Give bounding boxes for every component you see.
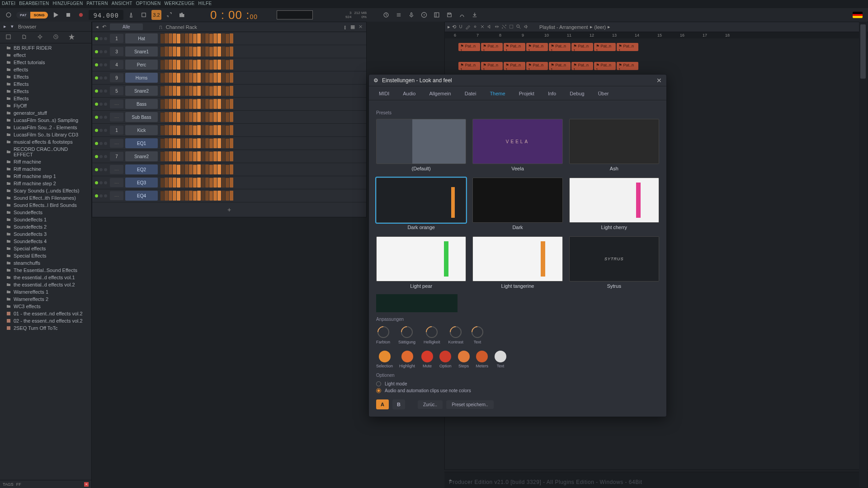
vertical-scrollbar[interactable] [859,22,867,487]
channel-name[interactable]: Sub Bass [125,112,158,122]
channel-route[interactable]: --- [110,113,123,122]
channel-route[interactable]: 1 [110,126,123,135]
browser-item[interactable]: 2SEQ Turn Off ToTc [0,324,91,332]
clip-pattern1[interactable]: ⚑ Pat..n 1 [504,62,525,70]
browser-tags[interactable]: TAGS FF × [0,480,91,488]
preset-light-cherry[interactable]: Light cherry [569,178,659,230]
channel-name[interactable]: EQ4 [125,191,158,201]
tab-datei[interactable]: Datei [458,88,483,100]
export-button[interactable] [470,10,480,20]
preset-light-pear[interactable]: Light pear [376,236,466,289]
save-preset-button[interactable]: Preset speichern.. [446,400,494,409]
knob-farbton[interactable]: Farbton [376,326,390,344]
browser-item[interactable]: Special effects [0,245,91,252]
browser-item[interactable]: Riff machine step 1 [0,173,91,180]
main-volume-meter[interactable] [277,10,313,19]
channel-name[interactable]: Hat [125,33,158,43]
browser-item[interactable]: the essential..d effects vol.2 [0,281,91,288]
undo-icon[interactable]: ↶ [102,24,106,30]
preset-extra-thumb[interactable] [376,294,458,312]
hint-panel-btn[interactable] [4,10,14,20]
channel-route[interactable]: 4 [110,60,123,69]
menu-ansicht[interactable]: ANSICHT [110,0,134,8]
browser-toggle[interactable] [432,10,442,20]
swatch-mute[interactable]: Mute [421,351,433,368]
knob-kontrast[interactable]: Kontrast [448,326,464,344]
channel-name[interactable]: Snare2 [125,151,158,161]
preset-sytrus[interactable]: SYTRUSSytrus [569,236,659,289]
clip-pattern1[interactable]: ⚑ Pat..n 1 [549,43,571,51]
channel-name[interactable]: Snare2 [125,86,158,96]
dialog-close-button[interactable]: ✕ [656,77,662,84]
wait-input-button[interactable] [139,10,149,20]
compare-a-button[interactable]: A [376,399,389,409]
step-sequencer[interactable] [160,178,233,188]
channel-rack-close[interactable]: ✕ [359,24,363,30]
pl-magnet-icon[interactable] [458,24,463,30]
menu-hinzufügen[interactable]: HINZUFüGEN [51,0,85,8]
channel-route[interactable]: 5 [110,86,123,95]
channel-name[interactable]: Horns [125,73,158,83]
channel-row[interactable]: 5Snare2 [92,84,366,98]
clip-pattern1[interactable]: ⚑ Pat..n 1 [458,62,480,70]
browser-item[interactable]: Special Effects [0,252,91,259]
channel-name[interactable]: Bass [125,99,158,109]
browser-tree[interactable]: BB RUFF RIDEReffectEffect tutorialseffec… [0,43,91,480]
tags-clear-button[interactable]: × [84,482,89,487]
channel-row[interactable]: ---Sub Bass [92,111,366,124]
browser-item[interactable]: Soundeffects 4 [0,238,91,245]
cat-all-icon[interactable] [5,34,11,41]
preset-dark-orange[interactable]: Dark orange [376,178,466,230]
browser-item[interactable]: Effects [0,80,91,88]
channel-name[interactable]: EQ1 [125,138,158,148]
channel-row[interactable]: ---Bass [92,98,366,111]
browser-item[interactable]: Riff machine step 2 [0,180,91,187]
channel-row[interactable]: ---EQ3 [92,176,366,189]
preset-light-tangerine[interactable]: Light tangerine [472,236,562,289]
step-sequencer[interactable] [160,86,233,96]
browser-collapse-icon[interactable]: ▸ [4,23,6,29]
main-settings-btn[interactable] [394,10,404,20]
channel-name[interactable]: EQ3 [125,178,158,188]
channel-route[interactable]: --- [110,191,123,200]
channel-route[interactable]: --- [110,178,123,187]
tab-allgemein[interactable]: Allgemein [423,88,457,100]
tab-audio[interactable]: Audio [396,88,422,100]
clip-pattern1[interactable]: ⚑ Pat..n 1 [571,62,593,70]
channel-route[interactable]: 9 [110,73,123,82]
tab-projekt[interactable]: Projekt [513,88,541,100]
menu-datei[interactable]: DATEI [0,0,17,8]
browser-item[interactable]: effects [0,66,91,73]
browser-expand-icon[interactable]: ▾ [11,23,14,29]
pl-playback-icon[interactable] [523,24,528,30]
pl-slip-icon[interactable] [494,24,500,30]
compare-b-button[interactable]: B [392,399,405,409]
tab-über[interactable]: Über [592,88,615,100]
channel-row[interactable]: 9Horns [92,71,366,84]
channel-route[interactable]: 7 [110,152,123,161]
clip-pattern1[interactable]: ⚑ Pat..n 1 [617,43,638,51]
clip-pattern1[interactable]: ⚑ Pat..n 1 [594,43,616,51]
browser-categories[interactable] [0,32,91,43]
scrollbar-thumb[interactable] [860,24,866,79]
cat-history-icon[interactable] [53,34,59,41]
back-icon[interactable]: ◂ [96,24,99,30]
cat-files-icon[interactable] [21,34,27,41]
browser-item[interactable]: Effects [0,95,91,102]
browser-item[interactable]: Riff machine [0,165,91,173]
pattern-mode[interactable]: PAT [16,12,30,19]
add-channel-button[interactable]: + [92,202,366,217]
clip-pattern1[interactable]: ⚑ Pat..n 1 [571,43,593,51]
cat-favorites-icon[interactable] [69,34,75,41]
step-sequencer[interactable] [160,47,233,56]
record-button[interactable] [76,10,86,20]
browser-item[interactable]: LucasFilm Soun..s) Sampling [0,117,91,124]
browser-item[interactable]: Effect tutorials [0,59,91,66]
step-sequencer[interactable] [160,191,233,201]
back-button[interactable]: Zurüc.. [418,400,443,409]
swatch-meters[interactable]: Meters [476,351,489,368]
step-sequencer[interactable] [160,112,233,122]
tab-midi[interactable]: MIDI [373,88,396,100]
browser-item[interactable]: Effects [0,88,91,95]
browser-item[interactable]: BB RUFF RIDER [0,44,91,52]
